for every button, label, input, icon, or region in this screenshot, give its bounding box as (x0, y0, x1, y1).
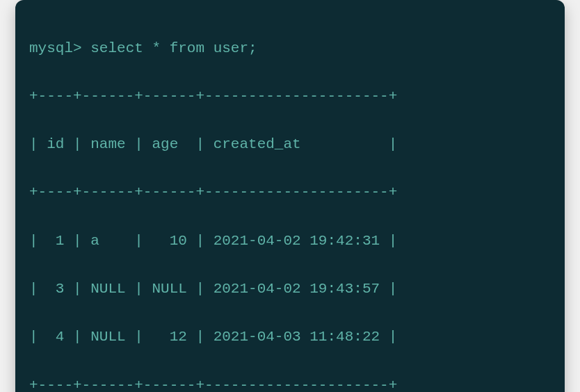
table-border-mid: +----+------+------+--------------------… (29, 181, 551, 205)
query-line-1: mysql> select * from user; (29, 37, 551, 61)
sql-query-1: select * from user; (90, 40, 257, 56)
table-border-top: +----+------+------+--------------------… (29, 85, 551, 109)
table-row: | 3 | NULL | NULL | 2021-04-02 19:43:57 … (29, 277, 551, 302)
table-border-bottom: +----+------+------+--------------------… (29, 374, 551, 392)
table-row: | 1 | a | 10 | 2021-04-02 19:42:31 | (29, 229, 551, 254)
terminal-window: mysql> select * from user; +----+------+… (15, 0, 565, 392)
table-row: | 4 | NULL | 12 | 2021-04-03 11:48:22 | (29, 325, 551, 350)
prompt: mysql> (29, 40, 82, 56)
table-header: | id | name | age | created_at | (29, 133, 551, 157)
